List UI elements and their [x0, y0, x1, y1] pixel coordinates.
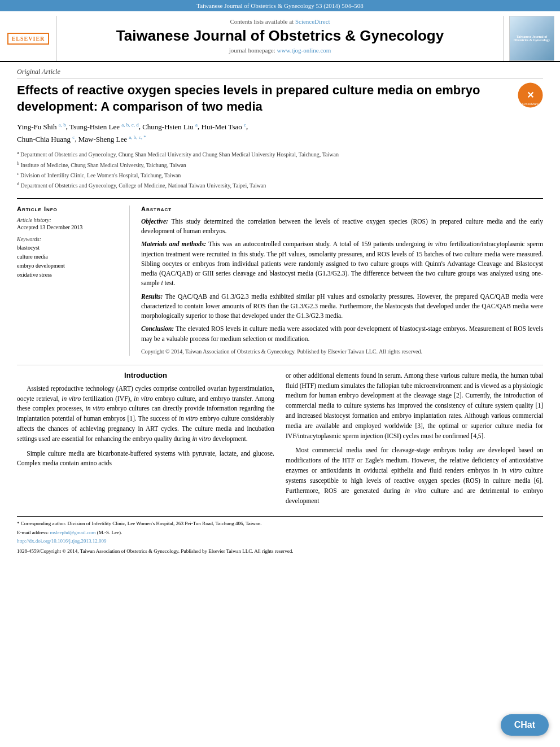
article-info-title: Article Info: [17, 206, 121, 212]
issn-footnote: 1028-4559/Copyright © 2014, Taiwan Assoc…: [17, 548, 543, 556]
authors-line: Ying-Fu Shih a, b, Tsung-Hsien Lee a, b,…: [17, 120, 543, 145]
copyright-notice: Copyright © 2014, Taiwan Association of …: [141, 347, 543, 356]
affiliation-b: b Institute of Medicine, Chung Shan Medi…: [17, 160, 543, 169]
homepage-link[interactable]: www.tjog-online.com: [277, 47, 331, 54]
abstract-objective: Objective: This study determined the cor…: [141, 217, 543, 237]
body-right-col: or other additional elements found in se…: [286, 371, 543, 511]
intro-para-3: or other additional elements found in se…: [286, 371, 543, 442]
author-5: Chun-Chia Huang c: [17, 135, 75, 143]
section-divider: [17, 365, 543, 365]
introduction-heading: Introduction: [17, 371, 274, 379]
journal-thumbnail-area: Taiwanese Journal of Obstetrics & Gyneco…: [504, 16, 560, 61]
history-label: Article history:: [17, 217, 121, 223]
journal-thumbnail: Taiwanese Journal of Obstetrics & Gyneco…: [509, 16, 554, 61]
journal-title-area: Contents lists available at ScienceDirec…: [56, 16, 504, 61]
journal-citation-text: Taiwanese Journal of Obstetrics & Gyneco…: [196, 2, 364, 9]
abstract-text: Objective: This study determined the cor…: [141, 217, 543, 356]
elsevier-logo-area: ELSEVIER: [0, 16, 56, 61]
svg-text:CrossMark: CrossMark: [522, 102, 539, 106]
abstract-title: Abstract: [141, 206, 543, 212]
affiliation-c: c Division of Infertility Clinic, Lee Wo…: [17, 171, 543, 180]
affiliation-a: a Department of Obstetrics and Gynecolog…: [17, 150, 543, 159]
email-footnote: E-mail address: msleephd@gmail.com (M.-S…: [17, 529, 543, 537]
keywords-list: blastocyst culture media embryo developm…: [17, 243, 121, 279]
body-text-section: Introduction Assisted reproductive techn…: [17, 371, 543, 511]
svg-text:✕: ✕: [527, 90, 534, 100]
doi-footnote: http://dx.doi.org/10.1016/j.tjog.2013.12…: [17, 538, 543, 545]
footnotes-section: * Corresponding author. Division of Infe…: [17, 516, 543, 555]
abstract-results: Results: The QAC/QAB and G1.3/G2.3 media…: [141, 292, 543, 321]
methods-label: Materials and methods:: [141, 241, 206, 247]
article-type: Original Article: [17, 68, 543, 79]
journal-homepage: journal homepage: www.tjog-online.com: [57, 47, 503, 54]
chat-button[interactable]: CHat: [501, 714, 549, 736]
history-value: Accepted 13 December 2013: [17, 224, 121, 230]
crossmark-logo: ✕ CrossMark: [518, 82, 543, 108]
doi-link[interactable]: http://dx.doi.org/10.1016/j.tjog.2013.12…: [17, 538, 107, 544]
contents-line: Contents lists available at ScienceDirec…: [57, 18, 503, 25]
main-content: Original Article Effects of reactive oxy…: [0, 62, 560, 562]
sciencedirect-link[interactable]: ScienceDirect: [295, 18, 330, 25]
author-6: Maw-Sheng Lee a, b, c, *: [78, 135, 146, 143]
intro-para-4: Most commercial media used for cleavage-…: [286, 445, 543, 506]
body-left-col: Introduction Assisted reproductive techn…: [17, 371, 274, 511]
contents-text: Contents lists available at: [230, 18, 294, 25]
keyword-4: oxidative stress: [17, 270, 121, 279]
elsevier-logo: ELSEVIER: [7, 33, 50, 45]
author-2: Tsung-Hsien Lee a, b, c, d: [69, 123, 139, 131]
objective-label: Objective:: [141, 218, 168, 225]
journal-header: ELSEVIER Contents lists available at Sci…: [0, 11, 560, 62]
affiliations: a Department of Obstetrics and Gynecolog…: [17, 150, 543, 190]
intro-para-2: Simple culture media are bicarbonate-buf…: [17, 449, 274, 469]
keyword-2: culture media: [17, 252, 121, 261]
keyword-1: blastocyst: [17, 243, 121, 252]
author-1: Ying-Fu Shih a, b: [17, 123, 66, 131]
results-label: Results:: [141, 293, 163, 300]
keywords-label: Keywords:: [17, 236, 121, 242]
abstract-conclusion: Conclusion: The elevated ROS levels in c…: [141, 324, 543, 344]
article-title-row: Effects of reactive oxygen species level…: [17, 82, 543, 115]
article-info-column: Article Info Article history: Accepted 1…: [17, 206, 130, 356]
author-4: Hui-Mei Tsao c: [202, 123, 246, 131]
abstract-column: Abstract Objective: This study determine…: [141, 206, 543, 356]
article-info-abstract-section: Article Info Article history: Accepted 1…: [17, 198, 543, 356]
conclusion-label: Conclusion:: [141, 325, 174, 332]
affiliation-d: d Department of Obstetrics and Gynecolog…: [17, 181, 543, 190]
abstract-methods: Materials and methods: This was an autoc…: [141, 239, 543, 288]
author-3: Chung-Hsien Liu a: [142, 123, 198, 131]
homepage-label: journal homepage:: [229, 47, 275, 54]
article-title: Effects of reactive oxygen species level…: [17, 82, 512, 115]
email-link[interactable]: msleephd@gmail.com: [50, 530, 95, 535]
journal-title: Taiwanese Journal of Obstetrics & Gyneco…: [57, 27, 503, 45]
journal-citation-bar: Taiwanese Journal of Obstetrics & Gyneco…: [0, 0, 560, 11]
intro-para-1: Assisted reproductive technology (ART) c…: [17, 384, 274, 444]
corresponding-footnote: * Corresponding author. Division of Infe…: [17, 520, 543, 528]
keyword-3: embryo development: [17, 261, 121, 270]
